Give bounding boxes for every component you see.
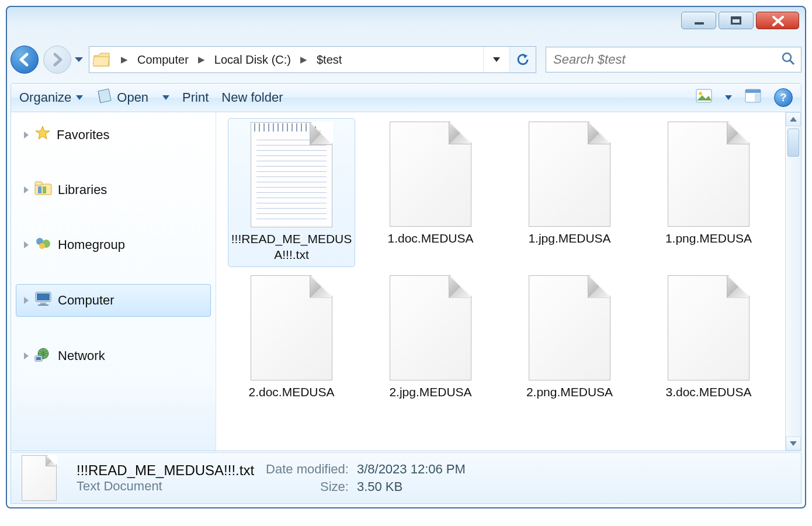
details-date-value: 3/8/2023 12:06 PM <box>357 462 466 477</box>
file-item[interactable]: 1.doc.MEDUSA <box>367 118 494 267</box>
back-button[interactable] <box>11 46 39 74</box>
svg-point-13 <box>39 243 45 249</box>
file-name-label: 2.png.MEDUSA <box>526 384 613 400</box>
file-item[interactable]: 2.doc.MEDUSA <box>228 272 355 403</box>
text-file-icon <box>251 122 332 227</box>
help-button[interactable]: ? <box>774 88 793 107</box>
navigation-bar: ▶ Computer ▶ Local Disk (C:) ▶ $test <box>11 42 801 77</box>
view-options-button[interactable] <box>696 89 732 106</box>
details-filename: !!!READ_ME_MEDUSA!!!.txt <box>77 462 254 479</box>
svg-point-0 <box>783 53 791 61</box>
addressbar-dropdown[interactable] <box>483 47 509 72</box>
address-bar[interactable]: ▶ Computer ▶ Local Disk (C:) ▶ $test <box>89 46 536 73</box>
nav-item-label: Favorites <box>57 127 109 143</box>
expand-icon[interactable] <box>24 352 29 359</box>
forward-button[interactable] <box>43 46 71 74</box>
unknown-file-icon <box>390 275 471 380</box>
chevron-right-icon[interactable]: ▶ <box>115 54 134 65</box>
details-thumbnail <box>22 455 60 501</box>
nav-item-computer[interactable]: Computer <box>16 284 211 317</box>
minimize-button[interactable] <box>681 12 716 29</box>
nav-item-network[interactable]: Network <box>11 340 216 372</box>
open-button[interactable]: Open <box>96 88 169 108</box>
breadcrumb-folder[interactable]: $test <box>313 53 345 67</box>
file-name-label: 3.doc.MEDUSA <box>665 384 751 400</box>
vertical-scrollbar[interactable] <box>785 112 801 451</box>
chevron-down-icon <box>162 95 169 100</box>
details-pane: !!!READ_ME_MEDUSA!!!.txt Text Document D… <box>11 452 801 504</box>
details-date-label: Date modified: <box>266 462 349 477</box>
explorer-body: FavoritesLibrariesHomegroupComputerNetwo… <box>11 112 801 451</box>
file-item[interactable]: 1.jpg.MEDUSA <box>506 118 633 267</box>
computer-icon <box>34 291 52 310</box>
svg-rect-10 <box>43 186 46 193</box>
unknown-file-icon <box>668 122 749 227</box>
nav-item-homegroup[interactable]: Homegroup <box>11 229 216 261</box>
content-pane[interactable]: !!!READ_ME_MEDUSA!!!.txt1.doc.MEDUSA1.jp… <box>216 112 801 451</box>
details-size-label: Size: <box>266 479 349 494</box>
breadcrumb-local-disk[interactable]: Local Disk (C:) <box>211 53 294 67</box>
svg-rect-8 <box>35 182 42 185</box>
scrollbar-thumb[interactable] <box>787 129 799 157</box>
maximize-button[interactable] <box>719 12 754 29</box>
nav-item-label: Network <box>58 348 105 364</box>
scroll-down-button[interactable] <box>786 437 801 451</box>
svg-point-3 <box>699 92 702 95</box>
svg-rect-5 <box>745 89 761 93</box>
expand-icon[interactable] <box>24 186 29 193</box>
search-box[interactable] <box>546 47 801 72</box>
breadcrumb-computer[interactable]: Computer <box>134 53 192 67</box>
navigation-pane[interactable]: FavoritesLibrariesHomegroupComputerNetwo… <box>11 112 216 451</box>
print-button[interactable]: Print <box>182 90 209 105</box>
file-name-label: 1.doc.MEDUSA <box>387 230 473 246</box>
image-icon <box>696 89 712 106</box>
unknown-file-icon <box>529 275 610 380</box>
command-toolbar: Organize Open Print New folder <box>11 83 801 112</box>
nav-item-label: Computer <box>58 293 114 308</box>
homegroup-icon <box>34 236 52 254</box>
breadcrumb: ▶ Computer ▶ Local Disk (C:) ▶ $test <box>89 52 483 67</box>
svg-line-1 <box>790 60 794 64</box>
network-icon <box>34 347 52 365</box>
chevron-right-icon[interactable]: ▶ <box>294 54 313 65</box>
search-icon[interactable] <box>781 51 795 68</box>
expand-icon[interactable] <box>24 132 29 139</box>
libraries-icon <box>34 181 52 199</box>
window-controls <box>681 7 799 41</box>
file-item[interactable]: !!!READ_ME_MEDUSA!!!.txt <box>228 118 355 267</box>
preview-pane-button[interactable] <box>745 89 761 106</box>
new-folder-button[interactable]: New folder <box>221 90 283 105</box>
history-dropdown[interactable] <box>74 54 84 65</box>
scroll-up-button[interactable] <box>786 112 801 126</box>
refresh-button[interactable] <box>509 47 536 72</box>
svg-rect-15 <box>37 293 50 300</box>
svg-rect-9 <box>38 186 41 193</box>
file-name-label: 1.jpg.MEDUSA <box>528 230 610 246</box>
unknown-file-icon <box>529 122 610 227</box>
svg-rect-6 <box>755 94 760 102</box>
new-folder-label: New folder <box>221 90 283 105</box>
file-item[interactable]: 3.doc.MEDUSA <box>645 272 772 403</box>
expand-icon[interactable] <box>24 297 29 304</box>
unknown-file-icon <box>668 275 749 380</box>
file-item[interactable]: 2.jpg.MEDUSA <box>367 272 494 403</box>
svg-rect-16 <box>40 303 46 304</box>
organize-menu[interactable]: Organize <box>19 90 83 105</box>
unknown-file-icon <box>390 122 471 227</box>
file-name-label: 1.png.MEDUSA <box>665 230 752 246</box>
explorer-window: ▶ Computer ▶ Local Disk (C:) ▶ $test Org <box>6 6 806 508</box>
file-item[interactable]: 1.png.MEDUSA <box>645 118 772 267</box>
file-item[interactable]: 2.png.MEDUSA <box>506 272 633 403</box>
nav-item-libraries[interactable]: Libraries <box>11 174 216 206</box>
open-label: Open <box>117 90 148 105</box>
nav-item-favorites[interactable]: Favorites <box>11 119 216 151</box>
nav-item-label: Homegroup <box>58 237 125 252</box>
unknown-file-icon <box>251 275 332 380</box>
search-input[interactable] <box>552 51 765 68</box>
star-icon <box>34 125 51 145</box>
notepad-icon <box>96 88 112 108</box>
close-button[interactable] <box>756 12 799 29</box>
chevron-right-icon[interactable]: ▶ <box>192 54 211 65</box>
expand-icon[interactable] <box>24 241 29 248</box>
print-label: Print <box>182 90 209 105</box>
